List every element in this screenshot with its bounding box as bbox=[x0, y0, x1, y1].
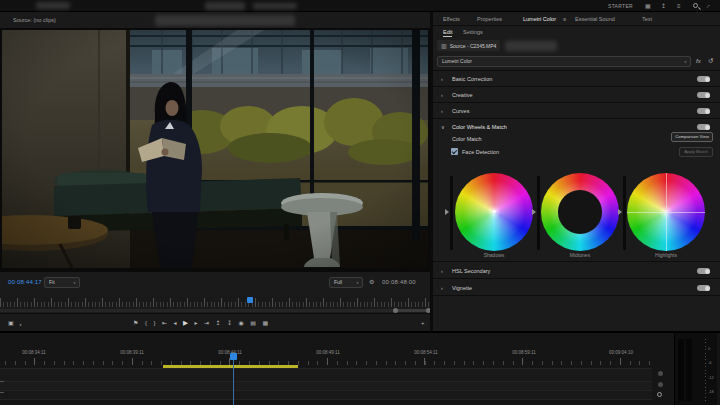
timeline-ruler[interactable] bbox=[0, 357, 652, 365]
premiere-app: STARTER ▦ ↥ ≡ ↕ Source: (no clips) bbox=[0, 0, 720, 405]
source-clip-chip[interactable]: ▥ Source - C2345.MP4 bbox=[437, 40, 500, 51]
timeline-panel: 00:08:34:11 00:08:39:11 00:08:44:11 00:0… bbox=[0, 332, 720, 405]
tab-lumetri-color[interactable]: Lumetri Color bbox=[523, 16, 556, 22]
chevron-right-icon[interactable]: › bbox=[441, 76, 443, 82]
insert-button[interactable]: ▤ bbox=[250, 319, 256, 327]
highlights-label: Highlights bbox=[636, 252, 696, 258]
face-detection-checkbox[interactable] bbox=[451, 148, 458, 155]
chevron-right-icon[interactable]: › bbox=[441, 92, 443, 98]
video-viewport[interactable] bbox=[0, 28, 430, 272]
effect-toggle[interactable] bbox=[697, 76, 710, 82]
add-marker-button[interactable]: ⚑ bbox=[133, 319, 138, 327]
section-curves[interactable]: › Curves bbox=[433, 102, 720, 118]
subtab-edit[interactable]: Edit bbox=[443, 29, 452, 37]
mark-out-button[interactable]: } bbox=[153, 319, 155, 327]
clip-icon: ▥ bbox=[441, 42, 447, 49]
monitor-settings-icon[interactable]: ⚙ bbox=[369, 278, 374, 285]
effect-toggle[interactable] bbox=[697, 124, 710, 130]
track-divider bbox=[0, 368, 652, 369]
video-track-v2[interactable] bbox=[0, 382, 652, 390]
divider bbox=[433, 25, 720, 26]
chevron-down-icon[interactable]: ∨ bbox=[441, 124, 445, 130]
search-icon[interactable] bbox=[693, 3, 698, 8]
section-creative[interactable]: › Creative bbox=[433, 86, 720, 102]
workspace-switcher-icon[interactable]: ▦ bbox=[645, 2, 651, 10]
source-zoom-scrollbar[interactable] bbox=[0, 309, 430, 312]
effect-toggle[interactable] bbox=[697, 108, 710, 114]
source-playhead[interactable] bbox=[247, 297, 253, 303]
overwrite-button[interactable]: ▦ bbox=[263, 319, 269, 327]
highlights-luma-slider[interactable] bbox=[623, 176, 626, 250]
timeline-playhead-handle[interactable] bbox=[230, 353, 237, 360]
source-time-ruler[interactable] bbox=[0, 296, 430, 307]
tab-text[interactable]: Text bbox=[642, 16, 652, 22]
video-track-v1[interactable] bbox=[0, 369, 652, 381]
chevron-down-icon: ∨ bbox=[356, 278, 359, 287]
effect-toggle[interactable] bbox=[697, 285, 710, 291]
button-editor-plus-button[interactable]: + bbox=[421, 319, 425, 327]
export-frame-button[interactable]: ◉ bbox=[239, 319, 244, 327]
workspace-label[interactable]: STARTER bbox=[608, 3, 633, 9]
section-hsl-secondary[interactable]: › HSL Secondary bbox=[433, 261, 720, 278]
wheel-crosshair: + bbox=[492, 207, 497, 216]
audio-meter: 0 -6 -12 -18 bbox=[674, 333, 717, 405]
audio-track-a1[interactable] bbox=[0, 391, 652, 399]
current-timecode[interactable]: 00:08:44:17 bbox=[8, 279, 42, 285]
maximize-icon[interactable]: ↕ bbox=[705, 2, 713, 10]
duration-timecode: 00:08:48:00 bbox=[382, 279, 416, 285]
source-monitor-title[interactable]: Source: (no clips) bbox=[13, 17, 56, 23]
redacted-project-tab bbox=[205, 2, 245, 10]
highlights-color-wheel[interactable] bbox=[627, 173, 705, 251]
shadows-color-wheel[interactable]: + bbox=[455, 173, 533, 251]
app-menu-bar: STARTER ▦ ↥ ≡ ↕ bbox=[0, 0, 720, 12]
meter-db-label: 0 bbox=[708, 346, 710, 351]
tab-effects[interactable]: Effects bbox=[443, 16, 460, 22]
reset-effect-icon[interactable]: ↺ bbox=[708, 57, 713, 65]
track-divider bbox=[0, 399, 652, 400]
zoom-level-select[interactable]: Fit ∨ bbox=[44, 277, 80, 288]
panel-menu-icon[interactable]: ≡ bbox=[563, 16, 566, 22]
fx-icon[interactable]: fx bbox=[696, 58, 701, 64]
tab-properties[interactable]: Properties bbox=[477, 16, 502, 22]
lift-button[interactable]: ↥ bbox=[216, 319, 221, 327]
tab-essential-sound[interactable]: Essential Sound bbox=[575, 16, 615, 22]
comparison-view-button[interactable]: Comparison View bbox=[671, 132, 713, 142]
apply-match-button[interactable]: Apply Match bbox=[679, 147, 713, 157]
effect-toggle[interactable] bbox=[697, 92, 710, 98]
chevron-right-icon[interactable]: › bbox=[441, 268, 443, 274]
chevron-right-icon[interactable]: › bbox=[441, 108, 443, 114]
track-scroll-handle[interactable] bbox=[657, 392, 662, 397]
color-match-label: Color Match bbox=[452, 136, 482, 142]
transport-controls: ▣ ∨ ⚑ { } ⇤ ◂ ▶ ▸ ⇥ ↥ ↧ ◉ ▤ ▦ + bbox=[0, 313, 430, 331]
track-scroll-handle[interactable] bbox=[658, 371, 663, 376]
playback-resolution-select[interactable]: Full ∨ bbox=[329, 277, 363, 288]
redacted-source-tab bbox=[155, 15, 295, 26]
safe-margins-button[interactable]: ▣ bbox=[8, 319, 14, 327]
midtones-label: Midtones bbox=[550, 252, 610, 258]
subtab-settings[interactable]: Settings bbox=[463, 29, 483, 35]
go-to-in-button[interactable]: ⇤ bbox=[162, 319, 167, 327]
track-scroll-handle[interactable] bbox=[658, 382, 663, 387]
step-back-button[interactable]: ◂ bbox=[173, 319, 176, 327]
midtones-luma-slider[interactable] bbox=[537, 176, 540, 250]
zoom-scrollbar-range[interactable] bbox=[395, 309, 430, 312]
section-basic-correction[interactable]: › Basic Correction bbox=[433, 70, 720, 86]
chevron-right-icon[interactable]: › bbox=[441, 285, 443, 291]
play-button[interactable]: ▶ bbox=[183, 319, 188, 327]
mark-in-button[interactable]: { bbox=[145, 319, 147, 327]
chevron-down-icon: ∨ bbox=[73, 278, 76, 287]
effect-select[interactable]: Lumetri Color ∨ bbox=[437, 56, 691, 67]
section-vignette[interactable]: › Vignette bbox=[433, 278, 720, 295]
quick-export-icon[interactable]: ↥ bbox=[661, 2, 666, 10]
midtones-color-wheel[interactable] bbox=[541, 173, 619, 251]
extract-button[interactable]: ↧ bbox=[227, 319, 232, 327]
effect-toggle[interactable] bbox=[697, 268, 710, 274]
go-to-out-button[interactable]: ⇥ bbox=[204, 319, 209, 327]
menu-icon[interactable]: ≡ bbox=[677, 2, 681, 10]
ruler-timecode: 00:08:59:11 bbox=[502, 350, 546, 355]
timeline-playhead-line[interactable] bbox=[233, 353, 234, 405]
shadows-luma-slider[interactable] bbox=[450, 176, 453, 250]
chevron-down-icon[interactable]: ∨ bbox=[19, 321, 22, 329]
step-forward-button[interactable]: ▸ bbox=[194, 319, 197, 327]
ruler-timecode: 00:08:49:11 bbox=[306, 350, 350, 355]
